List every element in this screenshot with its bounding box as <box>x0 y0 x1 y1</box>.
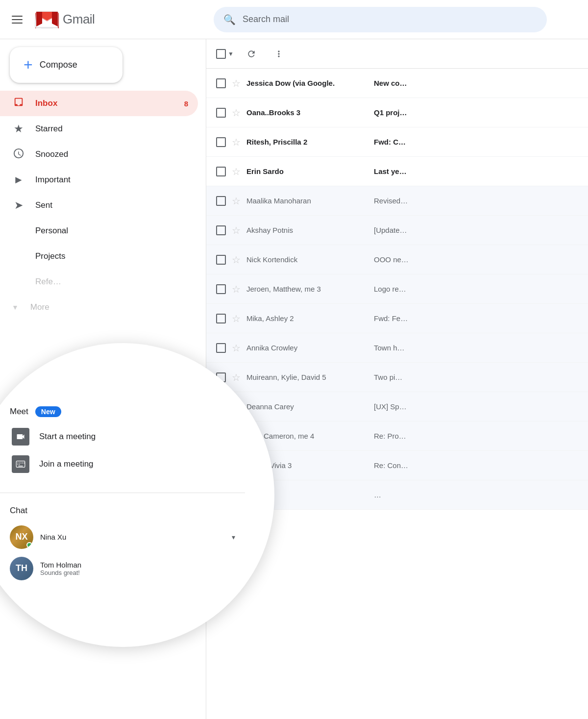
start-meeting-label: Start a meeting <box>39 432 96 442</box>
email-sender: Nick Kortendick <box>246 255 374 264</box>
email-row[interactable]: ☆ Erin Sardo Last ye… <box>206 157 588 186</box>
compose-button[interactable]: + Compose <box>10 47 122 83</box>
nina-info: Nina Xu <box>40 533 225 541</box>
more-options-button[interactable] <box>269 44 289 64</box>
sidebar-item-important[interactable]: ► Important <box>0 167 198 193</box>
email-sender: Jessica Dow (via Google. <box>246 79 374 87</box>
email-row[interactable]: ☆ Muireann, Kylie, David 5 Two pi… <box>206 363 588 392</box>
chat-user-nina[interactable]: NX Nina Xu ▾ <box>10 521 235 553</box>
tom-avatar: TH <box>10 557 33 580</box>
email-star-icon[interactable]: ☆ <box>232 166 241 177</box>
email-star-icon[interactable]: ☆ <box>232 313 241 324</box>
gmail-m-icon <box>34 10 60 29</box>
email-row[interactable]: ☆ Annika Crowley Town h… <box>206 333 588 363</box>
sidebar-item-references[interactable]: Refe… <box>0 269 198 295</box>
email-checkbox[interactable] <box>216 108 226 118</box>
email-star-icon[interactable]: ☆ <box>232 342 241 354</box>
select-all-checkbox[interactable] <box>216 49 226 59</box>
email-star-icon[interactable]: ☆ <box>232 136 241 148</box>
sidebar-item-personal[interactable]: Personal <box>0 218 198 244</box>
email-sender: Annika Crowley <box>246 344 374 352</box>
email-subject: Re: Pro… <box>374 432 578 440</box>
video-camera-icon <box>12 428 29 446</box>
email-checkbox[interactable] <box>216 314 226 323</box>
sidebar-item-projects[interactable]: Projects <box>0 244 198 269</box>
nina-dropdown-icon[interactable]: ▾ <box>232 533 235 541</box>
email-star-icon[interactable]: ☆ <box>232 254 241 266</box>
app-header: Gmail 🔍 Search mail <box>0 0 588 39</box>
join-meeting-label: Join a meeting <box>39 459 94 469</box>
sidebar-item-inbox[interactable]: Inbox 8 <box>0 91 198 116</box>
sidebar-item-starred[interactable]: ★ Starred <box>0 116 198 142</box>
email-subject: Q1 proj… <box>374 108 578 117</box>
email-row[interactable]: ☆ Akshay Potnis [Update… <box>206 216 588 245</box>
email-row[interactable]: ☆ Nick Kortendick OOO ne… <box>206 245 588 274</box>
important-label: Important <box>35 175 188 185</box>
join-meeting-button[interactable]: Join a meeting <box>10 450 235 478</box>
sidebar-item-snoozed[interactable]: Snoozed <box>0 142 198 167</box>
email-sender: Mika, Ashley 2 <box>246 314 374 322</box>
email-subject: Revised… <box>374 197 578 205</box>
email-checkbox[interactable] <box>216 137 226 147</box>
email-star-icon[interactable]: ☆ <box>232 372 241 383</box>
sidebar-item-sent[interactable]: ➤ Sent <box>0 193 198 218</box>
email-star-icon[interactable]: ☆ <box>232 195 241 207</box>
tom-status: Sounds great! <box>40 569 235 576</box>
svg-rect-5 <box>22 462 23 463</box>
refresh-button[interactable] <box>242 44 261 64</box>
select-all-wrap[interactable]: ▼ <box>216 49 234 59</box>
email-star-icon[interactable]: ☆ <box>232 224 241 236</box>
overlay-meet-badge: New <box>35 406 61 417</box>
overlay-divider <box>0 493 245 493</box>
email-subject: Last ye… <box>374 167 578 175</box>
email-checkbox[interactable] <box>216 284 226 294</box>
select-dropdown-icon[interactable]: ▼ <box>228 50 234 57</box>
compose-plus-icon: + <box>24 56 33 74</box>
email-subject: OOO ne… <box>374 255 578 264</box>
svg-rect-7 <box>18 464 19 465</box>
email-star-icon[interactable]: ☆ <box>232 77 241 89</box>
overlay-meet-title: Meet <box>10 407 28 417</box>
email-subject: … <box>374 491 578 499</box>
email-row[interactable]: ☆ Jeroen, Matthew, me 3 Logo re… <box>206 274 588 304</box>
chat-user-tom[interactable]: TH Tom Holman Sounds great! <box>10 553 235 584</box>
overlay-chat-section: Chat NX Nina Xu ▾ TH Tom Holman Sounds g… <box>0 500 245 584</box>
snoozed-label: Snoozed <box>35 149 188 159</box>
star-icon: ★ <box>12 123 25 135</box>
email-sender: Earl, Cameron, me 4 <box>246 432 374 440</box>
svg-rect-2 <box>18 462 19 463</box>
email-row[interactable]: ☆ Ritesh, Priscilla 2 Fwd: C… <box>206 127 588 157</box>
email-subject: Logo re… <box>374 285 578 293</box>
email-star-icon[interactable]: ☆ <box>232 283 241 295</box>
email-checkbox[interactable] <box>216 167 226 176</box>
email-subject: Fwd: C… <box>374 138 578 146</box>
email-sender: Oana..Brooks 3 <box>246 108 374 117</box>
projects-label: Projects <box>35 251 188 261</box>
email-checkbox[interactable] <box>216 225 226 235</box>
snoozed-icon <box>12 148 25 161</box>
email-checkbox[interactable] <box>216 343 226 353</box>
email-row[interactable]: ☆ Maalika Manoharan Revised… <box>206 186 588 216</box>
personal-label: Personal <box>35 226 188 236</box>
search-bar[interactable]: 🔍 Search mail <box>214 7 547 32</box>
email-checkbox[interactable] <box>216 196 226 206</box>
svg-rect-3 <box>19 462 20 463</box>
email-row[interactable]: ☆ Deanna Carey [UX] Sp… <box>206 392 588 421</box>
email-checkbox[interactable] <box>216 255 226 265</box>
references-label: Refe… <box>35 277 188 287</box>
email-row[interactable]: ☆ Jessica Dow (via Google. New co… <box>206 69 588 98</box>
email-star-icon[interactable]: ☆ <box>232 107 241 119</box>
email-row[interactable]: ☆ Mika, Ashley 2 Fwd: Fe… <box>206 304 588 333</box>
email-panel: ▼ ☆ Jessica Dow (via Google. New co… ☆ O… <box>206 39 588 719</box>
email-row[interactable]: ☆ Oana..Brooks 3 Q1 proj… <box>206 98 588 127</box>
keyboard-icon <box>12 455 29 473</box>
hamburger-menu[interactable] <box>8 12 26 27</box>
tom-info: Tom Holman Sounds great! <box>40 561 235 576</box>
sent-icon: ➤ <box>12 199 25 212</box>
email-checkbox[interactable] <box>216 78 226 88</box>
starred-label: Starred <box>35 124 188 134</box>
sidebar-item-more[interactable]: ▼ More <box>0 295 206 320</box>
start-meeting-button[interactable]: Start a meeting <box>10 423 235 450</box>
email-toolbar: ▼ <box>206 39 588 69</box>
search-input[interactable]: Search mail <box>243 14 289 25</box>
